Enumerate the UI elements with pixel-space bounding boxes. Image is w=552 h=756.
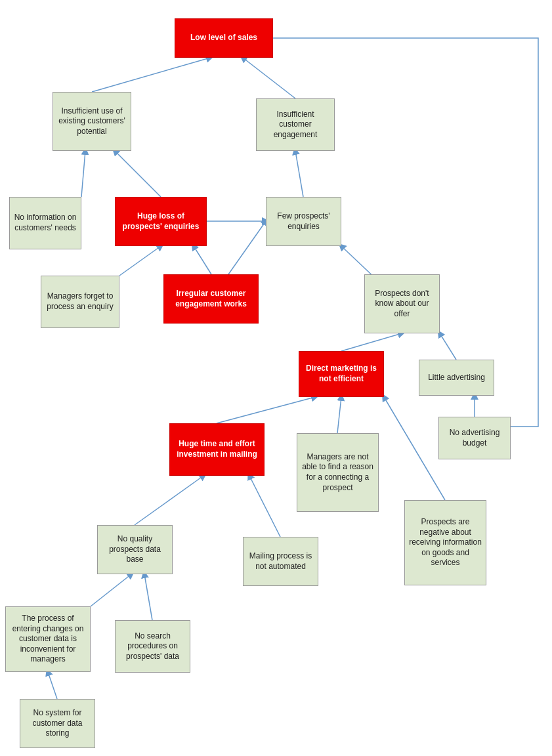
node-no-adv-budget: No advertising budget — [438, 417, 511, 459]
node-no-info-needs: No information on customers' needs — [9, 197, 81, 249]
node-huge-time: Huge time and effort investment in maili… — [169, 423, 265, 476]
node-managers-forget: Managers forget to process an enquiry — [41, 276, 119, 328]
node-huge-loss: Huge loss of prospects' enquiries — [115, 197, 207, 246]
node-irregular-engagement: Irregular customer engagement works — [163, 274, 259, 324]
node-low-sales: Low level of sales — [175, 18, 273, 58]
svg-line-1 — [92, 58, 210, 92]
node-no-quality-db: No quality prospects data base — [97, 525, 173, 574]
svg-line-3 — [81, 151, 85, 197]
svg-line-14 — [337, 397, 341, 433]
svg-line-20 — [144, 574, 152, 620]
node-no-search: No search procedures on prospects' data — [115, 620, 190, 673]
diagram: Low level of sales Insufficient use of e… — [0, 0, 552, 756]
svg-line-21 — [48, 672, 57, 699]
node-no-system: No system for customer data storing — [20, 699, 95, 748]
node-direct-marketing: Direct marketing is not efficient — [299, 351, 384, 397]
svg-line-12 — [440, 333, 456, 360]
svg-line-16 — [384, 397, 445, 500]
svg-line-8 — [194, 246, 211, 274]
svg-line-13 — [217, 397, 315, 423]
node-little-advertising: Little advertising — [419, 360, 494, 396]
svg-line-17 — [135, 476, 203, 525]
svg-line-19 — [91, 574, 131, 606]
svg-line-4 — [115, 151, 161, 197]
node-prospects-dont-know: Prospects don't know about our offer — [364, 274, 440, 333]
svg-line-11 — [341, 333, 402, 351]
node-managers-no-reason: Managers are not able to find a reason f… — [297, 433, 379, 512]
node-few-prospects: Few prospects' enquiries — [266, 197, 341, 246]
node-mailing-not-auto: Mailing process is not automated — [243, 537, 318, 586]
svg-line-7 — [119, 246, 161, 276]
node-process-entering: The process of entering changes on custo… — [5, 606, 91, 672]
svg-line-18 — [249, 476, 280, 537]
node-insuff-engagement: Insufficient customer engagement — [256, 98, 335, 151]
node-insuff-existing: Insufficient use of existing customers' … — [53, 92, 131, 151]
svg-line-5 — [295, 151, 303, 197]
node-prospects-negative: Prospects are negative about receiving i… — [404, 500, 486, 585]
svg-line-2 — [243, 58, 295, 98]
